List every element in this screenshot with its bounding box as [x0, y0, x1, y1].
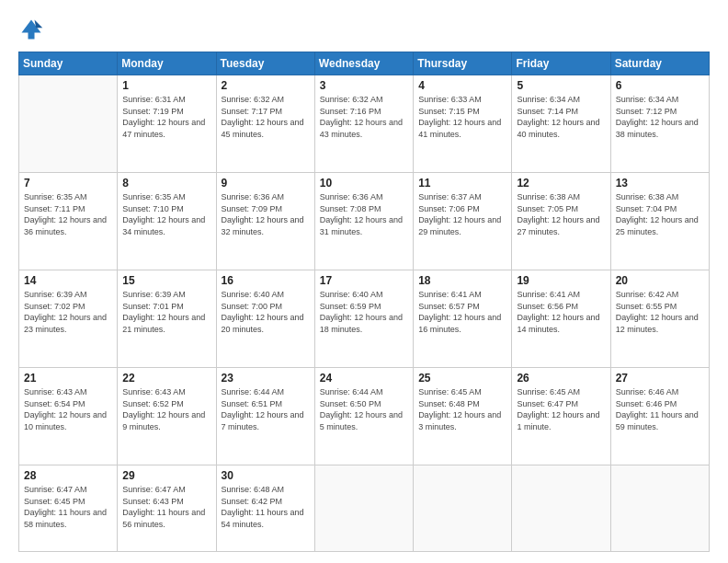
calendar-cell — [610, 465, 709, 552]
calendar-cell: 27Sunrise: 6:46 AM Sunset: 6:46 PM Dayli… — [610, 368, 709, 465]
cell-sun-info: Sunrise: 6:40 AM Sunset: 6:59 PM Dayligh… — [320, 289, 408, 335]
cell-sun-info: Sunrise: 6:45 AM Sunset: 6:48 PM Dayligh… — [418, 386, 506, 432]
day-number: 19 — [517, 274, 605, 287]
logo — [18, 17, 48, 42]
weekday-header: Friday — [512, 52, 610, 75]
calendar-cell: 8Sunrise: 6:35 AM Sunset: 7:10 PM Daylig… — [118, 173, 216, 270]
calendar-cell: 13Sunrise: 6:38 AM Sunset: 7:04 PM Dayli… — [610, 173, 709, 270]
day-number: 24 — [320, 372, 408, 385]
calendar-cell: 14Sunrise: 6:39 AM Sunset: 7:02 PM Dayli… — [19, 270, 118, 368]
calendar-cell: 2Sunrise: 6:32 AM Sunset: 7:17 PM Daylig… — [216, 75, 314, 173]
cell-sun-info: Sunrise: 6:36 AM Sunset: 7:08 PM Dayligh… — [320, 191, 408, 237]
weekday-header: Tuesday — [216, 52, 314, 75]
day-number: 14 — [24, 274, 112, 287]
day-number: 17 — [320, 274, 408, 287]
day-number: 6 — [616, 79, 704, 92]
calendar-week-row: 28Sunrise: 6:47 AM Sunset: 6:45 PM Dayli… — [19, 465, 710, 552]
weekday-header: Thursday — [414, 52, 512, 75]
cell-sun-info: Sunrise: 6:41 AM Sunset: 6:57 PM Dayligh… — [418, 289, 506, 335]
day-number: 25 — [418, 372, 506, 385]
day-number: 7 — [24, 177, 112, 190]
day-number: 12 — [517, 177, 605, 190]
cell-sun-info: Sunrise: 6:34 AM Sunset: 7:14 PM Dayligh… — [517, 94, 605, 140]
logo-icon — [18, 17, 44, 42]
calendar-cell: 21Sunrise: 6:43 AM Sunset: 6:54 PM Dayli… — [19, 368, 118, 465]
cell-sun-info: Sunrise: 6:32 AM Sunset: 7:17 PM Dayligh… — [222, 94, 310, 140]
calendar-cell: 25Sunrise: 6:45 AM Sunset: 6:48 PM Dayli… — [414, 368, 512, 465]
calendar-cell: 30Sunrise: 6:48 AM Sunset: 6:42 PM Dayli… — [216, 465, 314, 552]
calendar-cell: 15Sunrise: 6:39 AM Sunset: 7:01 PM Dayli… — [118, 270, 216, 368]
day-number: 2 — [222, 79, 310, 92]
cell-sun-info: Sunrise: 6:37 AM Sunset: 7:06 PM Dayligh… — [418, 191, 506, 237]
svg-marker-0 — [22, 20, 41, 40]
calendar-cell: 6Sunrise: 6:34 AM Sunset: 7:12 PM Daylig… — [610, 75, 709, 173]
day-number: 10 — [320, 177, 408, 190]
calendar-cell — [19, 75, 118, 173]
calendar-cell: 20Sunrise: 6:42 AM Sunset: 6:55 PM Dayli… — [610, 270, 709, 368]
calendar-cell: 26Sunrise: 6:45 AM Sunset: 6:47 PM Dayli… — [512, 368, 610, 465]
day-number: 22 — [122, 372, 210, 385]
day-number: 21 — [24, 372, 112, 385]
cell-sun-info: Sunrise: 6:35 AM Sunset: 7:10 PM Dayligh… — [122, 191, 210, 237]
day-number: 27 — [616, 372, 704, 385]
day-number: 26 — [517, 372, 605, 385]
calendar-cell: 10Sunrise: 6:36 AM Sunset: 7:08 PM Dayli… — [314, 173, 413, 270]
cell-sun-info: Sunrise: 6:32 AM Sunset: 7:16 PM Dayligh… — [320, 94, 408, 140]
calendar-cell: 17Sunrise: 6:40 AM Sunset: 6:59 PM Dayli… — [314, 270, 413, 368]
day-number: 9 — [222, 177, 310, 190]
calendar-cell — [314, 465, 413, 552]
cell-sun-info: Sunrise: 6:35 AM Sunset: 7:11 PM Dayligh… — [24, 191, 112, 237]
day-number: 30 — [222, 469, 310, 482]
day-number: 3 — [320, 79, 408, 92]
header — [18, 17, 710, 42]
calendar-cell: 1Sunrise: 6:31 AM Sunset: 7:19 PM Daylig… — [118, 75, 216, 173]
calendar-cell: 11Sunrise: 6:37 AM Sunset: 7:06 PM Dayli… — [414, 173, 512, 270]
day-number: 29 — [122, 469, 210, 482]
calendar-week-row: 7Sunrise: 6:35 AM Sunset: 7:11 PM Daylig… — [19, 173, 710, 270]
day-number: 4 — [418, 79, 506, 92]
cell-sun-info: Sunrise: 6:38 AM Sunset: 7:04 PM Dayligh… — [616, 191, 704, 237]
day-number: 11 — [418, 177, 506, 190]
calendar-cell: 12Sunrise: 6:38 AM Sunset: 7:05 PM Dayli… — [512, 173, 610, 270]
calendar-week-row: 1Sunrise: 6:31 AM Sunset: 7:19 PM Daylig… — [19, 75, 710, 173]
day-number: 28 — [24, 469, 112, 482]
cell-sun-info: Sunrise: 6:42 AM Sunset: 6:55 PM Dayligh… — [616, 289, 704, 335]
calendar-cell — [512, 465, 610, 552]
calendar-cell: 24Sunrise: 6:44 AM Sunset: 6:50 PM Dayli… — [314, 368, 413, 465]
cell-sun-info: Sunrise: 6:39 AM Sunset: 7:02 PM Dayligh… — [24, 289, 112, 335]
calendar-cell: 3Sunrise: 6:32 AM Sunset: 7:16 PM Daylig… — [314, 75, 413, 173]
cell-sun-info: Sunrise: 6:45 AM Sunset: 6:47 PM Dayligh… — [517, 386, 605, 432]
weekday-header: Saturday — [610, 52, 709, 75]
calendar-cell: 16Sunrise: 6:40 AM Sunset: 7:00 PM Dayli… — [216, 270, 314, 368]
calendar-cell: 5Sunrise: 6:34 AM Sunset: 7:14 PM Daylig… — [512, 75, 610, 173]
day-number: 5 — [517, 79, 605, 92]
cell-sun-info: Sunrise: 6:36 AM Sunset: 7:09 PM Dayligh… — [222, 191, 310, 237]
cell-sun-info: Sunrise: 6:33 AM Sunset: 7:15 PM Dayligh… — [418, 94, 506, 140]
cell-sun-info: Sunrise: 6:47 AM Sunset: 6:43 PM Dayligh… — [122, 484, 210, 530]
calendar-cell: 19Sunrise: 6:41 AM Sunset: 6:56 PM Dayli… — [512, 270, 610, 368]
calendar-week-row: 21Sunrise: 6:43 AM Sunset: 6:54 PM Dayli… — [19, 368, 710, 465]
cell-sun-info: Sunrise: 6:41 AM Sunset: 6:56 PM Dayligh… — [517, 289, 605, 335]
cell-sun-info: Sunrise: 6:43 AM Sunset: 6:52 PM Dayligh… — [122, 386, 210, 432]
cell-sun-info: Sunrise: 6:46 AM Sunset: 6:46 PM Dayligh… — [616, 386, 704, 432]
cell-sun-info: Sunrise: 6:44 AM Sunset: 6:50 PM Dayligh… — [320, 386, 408, 432]
calendar-cell: 22Sunrise: 6:43 AM Sunset: 6:52 PM Dayli… — [118, 368, 216, 465]
day-number: 8 — [122, 177, 210, 190]
cell-sun-info: Sunrise: 6:47 AM Sunset: 6:45 PM Dayligh… — [24, 484, 112, 530]
cell-sun-info: Sunrise: 6:43 AM Sunset: 6:54 PM Dayligh… — [24, 386, 112, 432]
cell-sun-info: Sunrise: 6:44 AM Sunset: 6:51 PM Dayligh… — [222, 386, 310, 432]
calendar-table: SundayMondayTuesdayWednesdayThursdayFrid… — [18, 52, 710, 552]
day-number: 1 — [122, 79, 210, 92]
calendar-cell: 4Sunrise: 6:33 AM Sunset: 7:15 PM Daylig… — [414, 75, 512, 173]
day-number: 18 — [418, 274, 506, 287]
calendar-cell: 28Sunrise: 6:47 AM Sunset: 6:45 PM Dayli… — [19, 465, 118, 552]
day-number: 23 — [222, 372, 310, 385]
calendar-cell: 7Sunrise: 6:35 AM Sunset: 7:11 PM Daylig… — [19, 173, 118, 270]
cell-sun-info: Sunrise: 6:40 AM Sunset: 7:00 PM Dayligh… — [222, 289, 310, 335]
day-number: 20 — [616, 274, 704, 287]
weekday-header: Monday — [118, 52, 216, 75]
weekday-header: Sunday — [19, 52, 118, 75]
calendar-cell: 29Sunrise: 6:47 AM Sunset: 6:43 PM Dayli… — [118, 465, 216, 552]
cell-sun-info: Sunrise: 6:31 AM Sunset: 7:19 PM Dayligh… — [122, 94, 210, 140]
weekday-header: Wednesday — [314, 52, 413, 75]
